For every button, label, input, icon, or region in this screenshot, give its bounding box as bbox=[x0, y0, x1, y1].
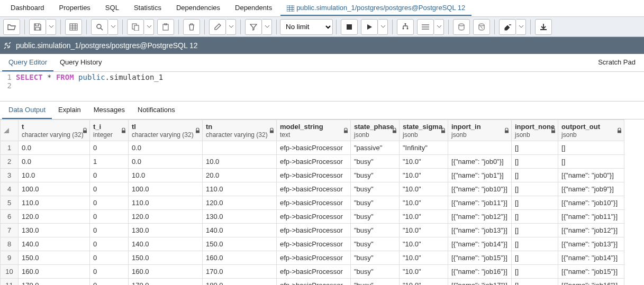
filter-dropdown[interactable] bbox=[262, 19, 272, 35]
cell[interactable]: "busy" bbox=[351, 196, 400, 210]
tab-data-output[interactable]: Data Output bbox=[2, 102, 52, 119]
cell[interactable]: [{"name": "job13"}] bbox=[448, 224, 512, 237]
cell[interactable]: efp->basicProcessor bbox=[277, 155, 351, 169]
cell[interactable]: 0 bbox=[90, 210, 129, 224]
row-number[interactable]: 4 bbox=[1, 182, 19, 196]
cell[interactable]: "Infinity" bbox=[400, 141, 448, 155]
cell[interactable]: 0.0 bbox=[19, 155, 90, 169]
stop-button[interactable] bbox=[341, 19, 358, 35]
tab-notifications[interactable]: Notifications bbox=[131, 102, 182, 119]
sql-editor[interactable]: 1 SELECT * FROM public.simulation_1 2 bbox=[0, 72, 644, 102]
cell[interactable]: 150.0 bbox=[203, 237, 277, 251]
cell[interactable]: 180.0 bbox=[203, 279, 277, 286]
cell[interactable] bbox=[203, 141, 277, 155]
cell[interactable]: "busy" bbox=[351, 251, 400, 265]
cell[interactable]: [{"name": "job10"}] bbox=[448, 182, 512, 196]
tab-active-query[interactable]: public.simulation_1/postgres/postgres@Po… bbox=[280, 1, 471, 16]
cell[interactable]: [{"name": "job14"}] bbox=[448, 237, 512, 251]
cell[interactable]: efp->basicProcessor bbox=[277, 196, 351, 210]
cell[interactable]: 0 bbox=[90, 182, 129, 196]
cell[interactable]: 10.0 bbox=[19, 169, 90, 182]
clear-button[interactable] bbox=[499, 19, 516, 35]
row-number[interactable]: 7 bbox=[1, 224, 19, 237]
clear-dropdown[interactable] bbox=[516, 19, 526, 35]
table-row[interactable]: 10.000.0efp->basicProcessor"passive""Inf… bbox=[1, 141, 624, 155]
tab-messages[interactable]: Messages bbox=[87, 102, 131, 119]
cell[interactable]: "passive" bbox=[351, 141, 400, 155]
cell[interactable]: [{"name": "job10"}] bbox=[558, 196, 624, 210]
row-number[interactable]: 11 bbox=[1, 279, 19, 286]
cell[interactable]: [] bbox=[512, 251, 558, 265]
row-number[interactable]: 10 bbox=[1, 265, 19, 279]
explain-analyze-button[interactable] bbox=[417, 19, 434, 35]
cell[interactable]: 10.0 bbox=[203, 155, 277, 169]
cell[interactable]: [{"name": "job15"}] bbox=[448, 251, 512, 265]
cell[interactable]: [] bbox=[512, 196, 558, 210]
row-number[interactable]: 2 bbox=[1, 155, 19, 169]
tab-dependents[interactable]: Dependents bbox=[229, 1, 278, 16]
explain-dropdown[interactable] bbox=[434, 19, 444, 35]
cell[interactable]: [] bbox=[512, 182, 558, 196]
filter-button[interactable] bbox=[245, 19, 262, 35]
tab-query-history[interactable]: Query History bbox=[53, 54, 108, 71]
table-row[interactable]: 8140.00140.0150.0efp->basicProcessor"bus… bbox=[1, 237, 624, 251]
cell[interactable]: [] bbox=[512, 155, 558, 169]
cell[interactable]: [{"name": "job0"}] bbox=[448, 155, 512, 169]
cell[interactable]: "10.0" bbox=[400, 224, 448, 237]
cell[interactable]: 160.0 bbox=[129, 265, 203, 279]
row-number[interactable]: 6 bbox=[1, 210, 19, 224]
column-header[interactable]: t_iinteger bbox=[90, 120, 129, 141]
cell[interactable]: efp->basicProcessor bbox=[277, 182, 351, 196]
row-number[interactable]: 1 bbox=[1, 141, 19, 155]
cell[interactable]: 160.0 bbox=[19, 265, 90, 279]
tab-dashboard[interactable]: Dashboard bbox=[4, 1, 51, 16]
cell[interactable]: [{"name": "job11"}] bbox=[448, 196, 512, 210]
cell[interactable]: [{"name": "job1"}] bbox=[448, 169, 512, 182]
row-number[interactable]: 9 bbox=[1, 251, 19, 265]
execute-dropdown[interactable] bbox=[378, 19, 388, 35]
row-number[interactable]: 5 bbox=[1, 196, 19, 210]
tab-statistics[interactable]: Statistics bbox=[128, 1, 168, 16]
cell[interactable]: "10.0" bbox=[400, 210, 448, 224]
table-row[interactable]: 7130.00130.0140.0efp->basicProcessor"bus… bbox=[1, 224, 624, 237]
cell[interactable]: 140.0 bbox=[129, 237, 203, 251]
table-row[interactable]: 5110.00110.0120.0efp->basicProcessor"bus… bbox=[1, 196, 624, 210]
copy-dropdown[interactable] bbox=[144, 19, 154, 35]
cell[interactable]: 0 bbox=[90, 265, 129, 279]
cell[interactable]: "10.0" bbox=[400, 251, 448, 265]
cell[interactable]: [] bbox=[512, 279, 558, 286]
row-number[interactable]: 3 bbox=[1, 169, 19, 182]
cell[interactable]: [{"name": "job9"}] bbox=[558, 182, 624, 196]
cell[interactable]: 120.0 bbox=[203, 196, 277, 210]
cell[interactable]: 110.0 bbox=[203, 182, 277, 196]
cell[interactable]: "busy" bbox=[351, 279, 400, 286]
cell[interactable]: [] bbox=[512, 210, 558, 224]
row-number[interactable]: 8 bbox=[1, 237, 19, 251]
cell[interactable]: "busy" bbox=[351, 265, 400, 279]
cell[interactable]: "10.0" bbox=[400, 196, 448, 210]
column-header[interactable]: model_stringtext bbox=[277, 120, 351, 141]
column-header[interactable]: tncharacter varying (32) bbox=[203, 120, 277, 141]
cell[interactable]: [] bbox=[512, 265, 558, 279]
delete-button[interactable] bbox=[183, 19, 200, 35]
table-row[interactable]: 20.010.010.0efp->basicProcessor"busy""10… bbox=[1, 155, 624, 169]
tab-query-editor[interactable]: Query Editor bbox=[2, 54, 53, 71]
cell[interactable]: [{"name": "job15"}] bbox=[558, 265, 624, 279]
cell[interactable]: [] bbox=[558, 141, 624, 155]
tab-explain[interactable]: Explain bbox=[52, 102, 87, 119]
cell[interactable]: 130.0 bbox=[203, 210, 277, 224]
cell[interactable]: [{"name": "job14"}] bbox=[558, 251, 624, 265]
column-header[interactable]: outport_outjsonb bbox=[558, 120, 624, 141]
cell[interactable]: efp->basicProcessor bbox=[277, 279, 351, 286]
cell[interactable]: efp->basicProcessor bbox=[277, 224, 351, 237]
table-row[interactable]: 310.0010.020.0efp->basicProcessor"busy""… bbox=[1, 169, 624, 182]
cell[interactable]: "10.0" bbox=[400, 155, 448, 169]
table-row[interactable]: 11170.00170.0180.0efp->basicProcessor"bu… bbox=[1, 279, 624, 286]
cell[interactable]: [] bbox=[512, 237, 558, 251]
find-button[interactable] bbox=[91, 19, 108, 35]
cell[interactable]: [] bbox=[512, 141, 558, 155]
query-tool-button[interactable] bbox=[65, 19, 82, 35]
cell[interactable]: 100.0 bbox=[19, 182, 90, 196]
cell[interactable]: efp->basicProcessor bbox=[277, 210, 351, 224]
cell[interactable]: "10.0" bbox=[400, 169, 448, 182]
